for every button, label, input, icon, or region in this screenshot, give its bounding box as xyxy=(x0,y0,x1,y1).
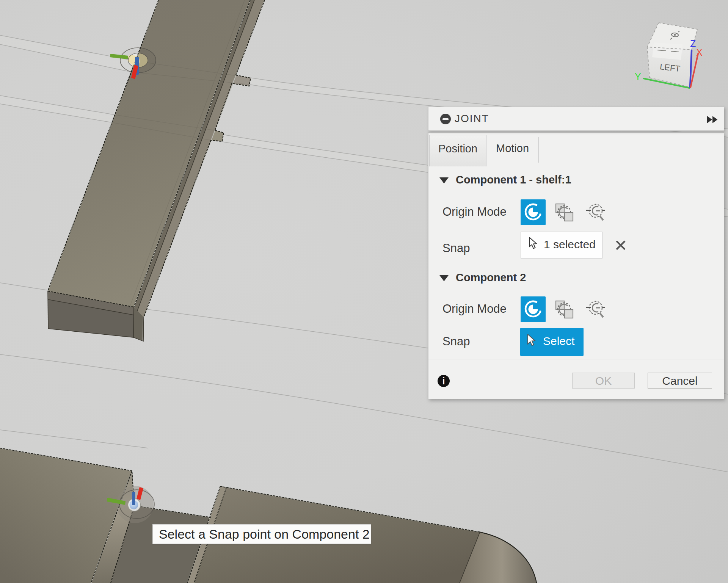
svg-text:Y: Y xyxy=(635,71,641,82)
svg-text:X: X xyxy=(696,47,703,58)
svg-text:Z: Z xyxy=(690,38,696,49)
